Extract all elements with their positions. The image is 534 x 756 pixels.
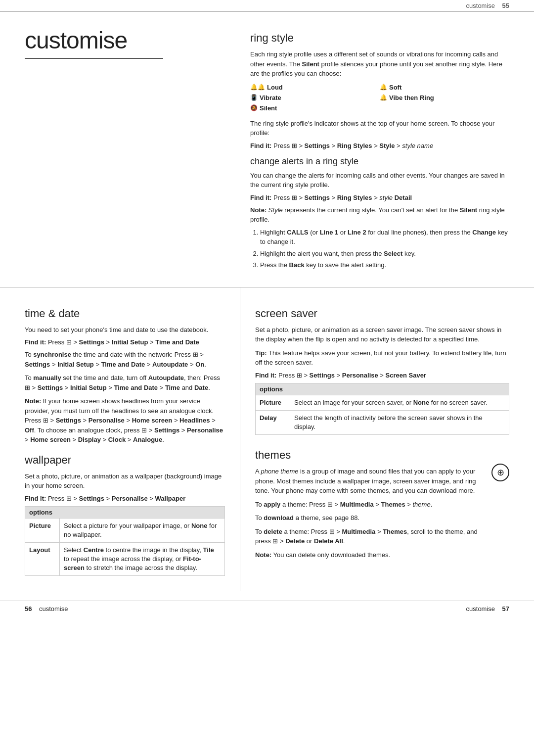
- bottom-left-section: time & date You need to set your phone's…: [0, 287, 240, 591]
- wallpaper-intro: Set a photo, picture, or animation as a …: [25, 472, 225, 491]
- themes-apply: To apply a theme: Press ⊞ > Multimedia >…: [255, 500, 487, 510]
- footer-right-page: 57: [502, 605, 509, 613]
- time-date-find-it: Find it: Press ⊞ > Settings > Initial Se…: [25, 338, 225, 346]
- top-label-text: customise: [466, 2, 495, 9]
- wallpaper-row-layout: Layout Select Centre to centre the image…: [25, 542, 225, 576]
- footer-right: customise 57: [466, 601, 534, 616]
- top-page-label: customise 55: [466, 2, 509, 9]
- themes-delete: To delete a theme: Press ⊞ > Multimedia …: [255, 527, 487, 546]
- ring-style-section: ring style Each ring style profile uses …: [240, 12, 534, 287]
- vibe-then-ring-icon: 🔔: [380, 94, 387, 101]
- screen-saver-label-picture: Picture: [256, 395, 290, 410]
- time-note: Note: If your home screen shows headline…: [25, 396, 225, 445]
- themes-note: Note: You can delete only downloaded the…: [255, 550, 487, 560]
- wallpaper-label-picture: Picture: [25, 518, 60, 542]
- themes-title: themes: [255, 449, 487, 462]
- footer-right-label: customise: [466, 605, 495, 613]
- bottom-right-section: screen saver Set a photo, picture, or an…: [240, 287, 534, 591]
- themes-download: To download a theme, see page 88.: [255, 513, 487, 523]
- ring-profiles-grid: 🔔🔔 Loud 🔔 Soft 📳 Vibrate 🔔 Vibe then Rin…: [250, 84, 509, 114]
- ring-profile-silent: 🔕 Silent: [250, 104, 380, 112]
- loud-icon: 🔔🔔: [250, 84, 265, 91]
- change-alerts-title: change alerts in a ring style: [250, 156, 509, 167]
- themes-section: themes A phone theme is a group of image…: [255, 444, 487, 563]
- time-date-intro: You need to set your phone's time and da…: [25, 325, 225, 335]
- footer-left-label: customise: [39, 605, 68, 613]
- change-alerts-find-it: Find it: Press ⊞ > Settings > Ring Style…: [250, 194, 509, 201]
- manually-text: To manually set the time and date, turn …: [25, 373, 225, 392]
- step-3: Press the Back key to save the alert set…: [260, 260, 509, 270]
- top-left-area: customise: [0, 12, 240, 287]
- wallpaper-table: options Picture Select a picture for you…: [25, 506, 225, 576]
- footer-left: 56 customise: [0, 601, 68, 616]
- screen-saver-label-delay: Delay: [256, 410, 290, 434]
- steps-list: Highlight CALLS (or Line 1 or Line 2 for…: [260, 228, 509, 270]
- wallpaper-value-picture: Select a picture for your wallpaper imag…: [60, 518, 225, 542]
- ring-find-it: Find it: Press ⊞ > Settings > Ring Style…: [250, 142, 509, 149]
- screen-saver-title: screen saver: [255, 307, 509, 320]
- change-alerts-intro: You can change the alerts for incoming c…: [250, 171, 509, 190]
- ring-profile-vibe-then-ring: 🔔 Vibe then Ring: [380, 94, 509, 101]
- screen-saver-find-it: Find it: Press ⊞ > Settings > Personalis…: [255, 372, 509, 379]
- ring-profile-loud: 🔔🔔 Loud: [250, 84, 380, 91]
- top-page-number: 55: [502, 2, 509, 9]
- soft-icon: 🔔: [380, 84, 387, 91]
- page-title: customise: [25, 27, 163, 59]
- bottom-footer: 56 customise customise 57: [0, 601, 534, 616]
- ring-style-title: ring style: [250, 32, 509, 45]
- footer-left-page: 56: [25, 605, 32, 613]
- ring-style-intro: Each ring style profile uses a different…: [250, 49, 509, 79]
- wallpaper-title: wallpaper: [25, 454, 225, 467]
- wallpaper-find-it: Find it: Press ⊞ > Settings > Personalis…: [25, 495, 225, 502]
- screen-saver-row-picture: Picture Select an image for your screen …: [256, 395, 509, 410]
- wallpaper-table-header: options: [25, 506, 225, 518]
- note-style: Note: Style represents the current ring …: [250, 205, 509, 225]
- screen-saver-value-picture: Select an image for your screen saver, o…: [290, 395, 509, 410]
- wallpaper-label-layout: Layout: [25, 542, 60, 576]
- screen-saver-table: options Picture Select an image for your…: [255, 383, 509, 435]
- ring-profile-vibrate: 📳 Vibrate: [250, 94, 380, 101]
- screen-saver-intro: Set a photo, picture, or animation as a …: [255, 325, 509, 344]
- screen-saver-tip: Tip: This feature helps save your screen…: [255, 348, 509, 368]
- time-date-title: time & date: [25, 307, 225, 320]
- step-2: Highlight the alert you want, then press…: [260, 249, 509, 259]
- ring-indicator-text: The ring style profile's indicator shows…: [250, 119, 509, 138]
- step-1: Highlight CALLS (or Line 1 or Line 2 for…: [260, 228, 509, 247]
- sync-text: To synchronise the time and date with th…: [25, 350, 225, 369]
- vibrate-icon: 📳: [250, 94, 258, 101]
- themes-icon: ⊕: [491, 464, 509, 481]
- screen-saver-table-header: options: [256, 383, 509, 395]
- ring-profile-soft: 🔔 Soft: [380, 84, 509, 91]
- page-title-block: customise: [25, 27, 163, 59]
- wallpaper-row-picture: Picture Select a picture for your wallpa…: [25, 518, 225, 542]
- themes-intro: A phone theme is a group of image and so…: [255, 467, 487, 496]
- wallpaper-value-layout: Select Centre to centre the image in the…: [60, 542, 225, 576]
- screen-saver-row-delay: Delay Select the length of inactivity be…: [256, 410, 509, 434]
- screen-saver-value-delay: Select the length of inactivity before t…: [290, 410, 509, 434]
- silent-icon: 🔕: [250, 104, 258, 111]
